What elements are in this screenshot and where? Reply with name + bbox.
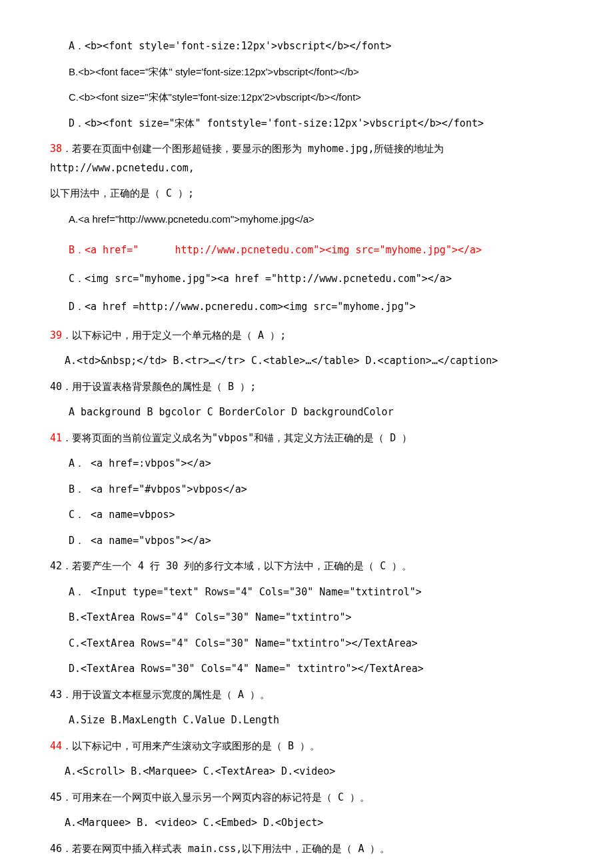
question-text: ．要将页面的当前位置定义成名为"vbpos"和锚，其定义方法正确的是（ D ） bbox=[62, 432, 412, 444]
q38-b-url: http://www.pcnetedu.com"><img src="myhom… bbox=[175, 244, 482, 256]
q45-options: A.<Marquee> B. <video> C.<Embed> D.<Obje… bbox=[50, 813, 576, 833]
question-number: 38 bbox=[50, 143, 62, 155]
question-text: ．若要在页面中创建一个图形超链接，要显示的图形为 myhome.jpg,所链接的… bbox=[50, 143, 444, 174]
q38-option-b: B．<a href=" http://www.pcnetedu.com"><im… bbox=[50, 241, 576, 260]
q39-options: A.<td>&nbsp;</td> B.<tr>…</tr> C.<table>… bbox=[50, 351, 576, 371]
option-b: B.<b><font face="宋体" style='font-size:12… bbox=[50, 63, 576, 82]
q42-option-b: B.<TextArea Rows="4" Cols="30" Name="txt… bbox=[50, 608, 576, 627]
question-40: 40．用于设置表格背景颜色的属性是（ B ）; bbox=[50, 377, 576, 397]
q38-option-d: D．<a href =http://www.pcneredu.com><img … bbox=[50, 297, 576, 317]
question-41: 41．要将页面的当前位置定义成名为"vbpos"和锚，其定义方法正确的是（ D … bbox=[50, 429, 576, 448]
q43-options: A.Size B.MaxLength C.Value D.Length bbox=[50, 711, 576, 730]
q41-option-c: C． <a name=vbpos> bbox=[50, 505, 576, 525]
q41-option-a: A． <a href=:vbpos"></a> bbox=[50, 454, 576, 473]
q41-option-b: B． <a href="#vbpos">vbpos</a> bbox=[50, 480, 576, 499]
question-text: ．以下标记中，可用来产生滚动文字或图形的是（ B ）。 bbox=[62, 740, 320, 752]
q42-option-d: D.<TextArea Rows="30" Cols="4" Name=" tx… bbox=[50, 659, 576, 679]
question-43: 43．用于设置文本框显示宽度的属性是（ A ）。 bbox=[50, 685, 576, 705]
question-46: 46．若要在网页中插入样式表 main.css,以下用法中，正确的是（ A ）。 bbox=[50, 839, 576, 859]
option-a: A．<b><font style='font-size:12px'>vbscri… bbox=[50, 37, 576, 56]
question-42: 42．若要产生一个 4 行 30 列的多行文本域，以下方法中，正确的是（ C ）… bbox=[50, 557, 576, 576]
q38-option-c: C．<img src="myhome.jpg"><a href ="http:/… bbox=[50, 269, 576, 289]
question-number: 41 bbox=[50, 432, 62, 444]
q38-option-a: A.<a href="http://www.pcnetedu.com">myho… bbox=[50, 210, 576, 229]
q42-option-a: A． <Input type="text" Rows="4" Cols="30"… bbox=[50, 583, 576, 602]
q41-option-d: D． <a name="vbpos"></a> bbox=[50, 531, 576, 551]
q46-option-a: A.<Link href="main.css" type=text/css re… bbox=[50, 865, 576, 868]
question-45: 45．可用来在一个网页中嵌入显示另一个网页内容的标记符是（ C ）。 bbox=[50, 788, 576, 807]
question-39: 39．以下标记中，用于定义一个单元格的是（ A ）; bbox=[50, 326, 576, 345]
question-text: ．以下标记中，用于定义一个单元格的是（ A ）; bbox=[62, 329, 286, 341]
q44-options: A.<Scroll> B.<Marquee> C.<TextArea> D.<v… bbox=[50, 762, 576, 781]
q40-options: A background B bgcolor C BorderColor D b… bbox=[50, 403, 576, 422]
q38-b-prefix: B．<a href=" bbox=[69, 244, 139, 256]
question-44: 44．以下标记中，可用来产生滚动文字或图形的是（ B ）。 bbox=[50, 737, 576, 756]
question-38: 38．若要在页面中创建一个图形超链接，要显示的图形为 myhome.jpg,所链… bbox=[50, 139, 576, 177]
question-number: 39 bbox=[50, 329, 62, 341]
option-d: D．<b><font size="宋体" fontstyle='font-siz… bbox=[50, 114, 576, 133]
question-38-cont: 以下用法中，正确的是（ C ）; bbox=[50, 184, 576, 203]
question-number: 44 bbox=[50, 740, 62, 752]
q42-option-c: C.<TextArea Rows="4" Cols="30" Name="txt… bbox=[50, 634, 576, 653]
option-c: C.<b><font size="宋体"style='font-size:12p… bbox=[50, 88, 576, 107]
